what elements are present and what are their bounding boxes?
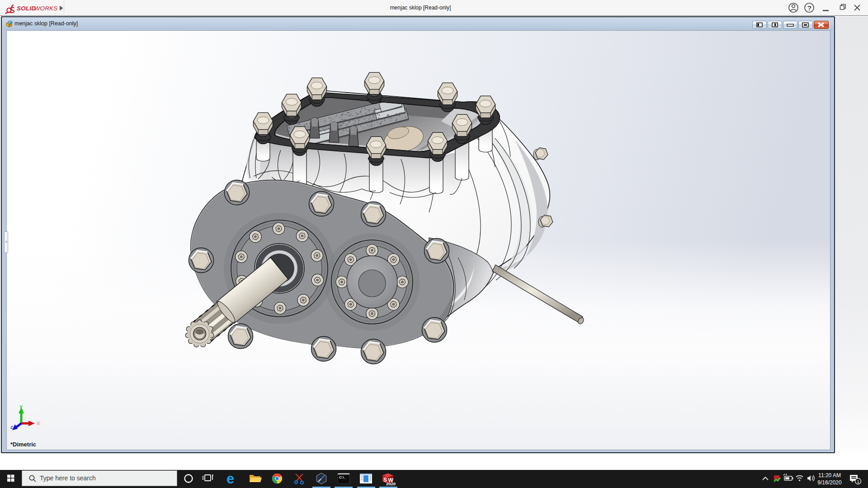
svg-text:X: X xyxy=(37,421,40,426)
svg-text:?: ? xyxy=(807,4,811,12)
svg-text:Z: Z xyxy=(10,425,13,430)
